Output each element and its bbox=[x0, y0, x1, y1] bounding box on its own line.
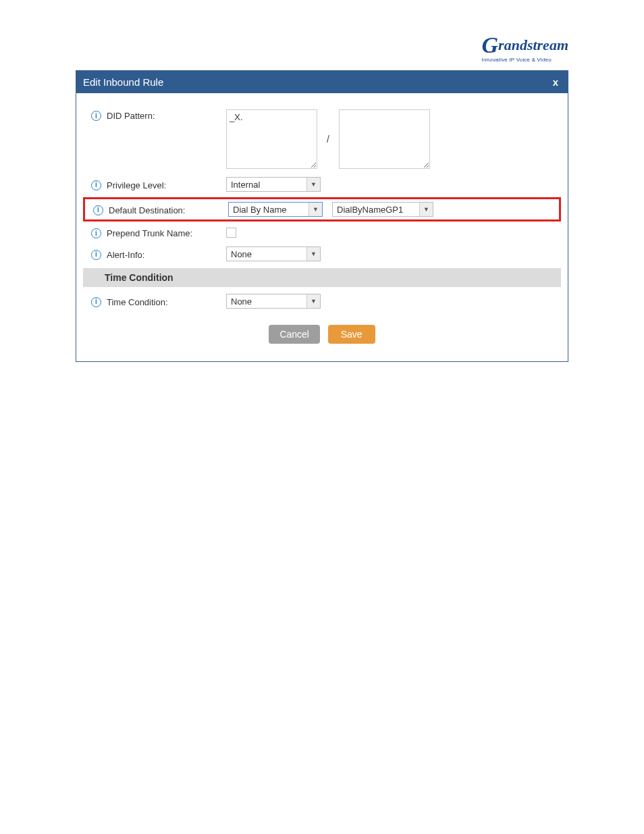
edit-inbound-rule-dialog: Edit Inbound Rule x i DID Pattern: / i bbox=[76, 70, 568, 362]
chevron-down-icon: ▼ bbox=[419, 203, 433, 216]
default-destination-target-select[interactable]: DialByNameGP1 ▼ bbox=[332, 202, 433, 217]
prepend-trunk-name-label: Prepend Trunk Name: bbox=[107, 228, 192, 238]
dialog-header: Edit Inbound Rule x bbox=[76, 71, 568, 93]
info-icon[interactable]: i bbox=[91, 228, 101, 238]
dialog-title: Edit Inbound Rule bbox=[83, 76, 163, 88]
default-destination-row: i Default Destination: Dial By Name ▼ Di… bbox=[83, 197, 561, 221]
did-pattern-input-1[interactable] bbox=[226, 109, 317, 169]
default-destination-type-value: Dial By Name bbox=[229, 203, 308, 216]
brand-name: randstream bbox=[498, 36, 568, 53]
alert-info-select[interactable]: None ▼ bbox=[226, 246, 321, 261]
privilege-level-select[interactable]: Internal ▼ bbox=[226, 177, 321, 192]
chevron-down-icon: ▼ bbox=[306, 178, 320, 191]
info-icon[interactable]: i bbox=[91, 297, 101, 307]
brand-logo: Grandstream Innovative IP Voice & Video bbox=[76, 34, 568, 63]
time-condition-value: None bbox=[227, 294, 306, 308]
privilege-level-value: Internal bbox=[227, 178, 306, 191]
chevron-down-icon: ▼ bbox=[306, 294, 320, 308]
info-icon[interactable]: i bbox=[91, 250, 101, 260]
info-icon[interactable]: i bbox=[91, 180, 101, 190]
info-icon[interactable]: i bbox=[93, 205, 103, 215]
did-pattern-label: DID Pattern: bbox=[107, 111, 155, 121]
default-destination-target-value: DialByNameGP1 bbox=[333, 203, 419, 216]
default-destination-type-select[interactable]: Dial By Name ▼ bbox=[228, 202, 323, 217]
chevron-down-icon: ▼ bbox=[308, 203, 322, 216]
info-icon[interactable]: i bbox=[91, 111, 101, 121]
privilege-level-label: Privilege Level: bbox=[107, 180, 166, 190]
default-destination-label: Default Destination: bbox=[109, 205, 185, 215]
cancel-button[interactable]: Cancel bbox=[269, 325, 320, 344]
time-condition-section-header: Time Condition bbox=[83, 268, 561, 287]
close-icon[interactable]: x bbox=[550, 76, 561, 88]
chevron-down-icon: ▼ bbox=[306, 247, 320, 261]
time-condition-label: Time Condition: bbox=[107, 297, 168, 307]
did-pattern-separator: / bbox=[327, 134, 329, 145]
time-condition-select[interactable]: None ▼ bbox=[226, 294, 321, 309]
brand-tagline: Innovative IP Voice & Video bbox=[482, 57, 568, 63]
save-button[interactable]: Save bbox=[328, 325, 375, 344]
alert-info-value: None bbox=[227, 247, 306, 261]
did-pattern-input-2[interactable] bbox=[339, 109, 430, 169]
alert-info-label: Alert-Info: bbox=[107, 250, 144, 260]
prepend-trunk-name-checkbox[interactable] bbox=[226, 228, 236, 238]
